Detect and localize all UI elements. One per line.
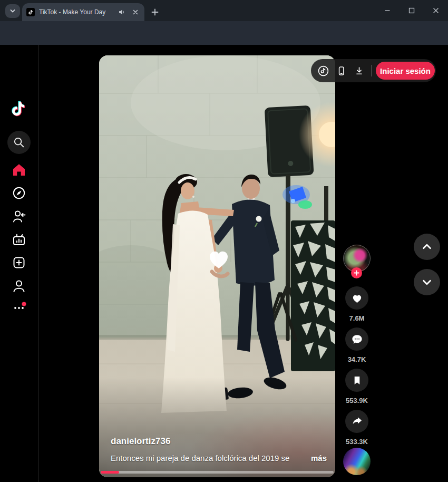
bookmark-icon: [352, 375, 363, 386]
browser-toolbar: tiktok.com J: [0, 21, 448, 45]
sidebar-item-search[interactable]: [7, 131, 31, 154]
compass-icon: [12, 186, 26, 200]
chevron-down-icon: [9, 7, 16, 15]
tiktok-sidebar: [0, 45, 38, 482]
tiktok-note-icon: [10, 100, 28, 118]
tab-search-button[interactable]: [5, 4, 20, 18]
previous-video-button[interactable]: [414, 234, 440, 260]
window-maximize-button[interactable]: [400, 0, 424, 21]
search-icon: [13, 136, 25, 149]
browser-tab[interactable]: TikTok - Make Your Day: [22, 3, 144, 21]
download-icon: [354, 65, 365, 76]
decor-panel: [291, 220, 335, 371]
tiktok-favicon-icon: [26, 8, 35, 16]
bookmark-button[interactable]: [345, 369, 368, 392]
sidebar-item-profile[interactable]: [7, 274, 31, 297]
comment-count: 34.7K: [333, 355, 381, 363]
login-button[interactable]: Iniciar sesión: [376, 62, 435, 80]
comment-button[interactable]: [345, 327, 368, 351]
bookmark-count: 553.9K: [333, 397, 381, 404]
chevron-up-icon: [421, 241, 433, 253]
window-controls: [375, 0, 448, 21]
share-arrow-icon: [351, 416, 363, 428]
live-tv-icon: [12, 232, 26, 247]
new-tab-button[interactable]: [149, 6, 161, 18]
sidebar-item-live[interactable]: [7, 228, 31, 251]
sidebar-item-home[interactable]: [7, 158, 31, 181]
progress-fill: [101, 471, 119, 474]
upload-plus-icon: [12, 255, 26, 270]
caption-more-button[interactable]: más: [311, 454, 327, 462]
sound-disc[interactable]: [343, 448, 371, 475]
next-video-button[interactable]: [414, 269, 440, 295]
tab-title: TikTok - Make Your Day: [39, 8, 113, 16]
tiktok-coin-icon: [317, 65, 329, 77]
plus-icon: [354, 270, 359, 276]
tab-close-icon[interactable]: [131, 7, 140, 17]
sidebar-item-upload[interactable]: [7, 251, 31, 274]
download-video-button[interactable]: [350, 62, 368, 80]
like-count: 7.6M: [333, 314, 381, 322]
phone-icon: [336, 65, 347, 76]
profile-icon: [12, 278, 26, 293]
get-app-button[interactable]: [332, 62, 350, 80]
window-minimize-button[interactable]: [375, 0, 400, 21]
browser-titlebar: TikTok - Make Your Day: [0, 0, 448, 21]
more-dots-icon: [11, 299, 27, 315]
like-button[interactable]: [345, 286, 368, 310]
video-username[interactable]: danielortiz736: [111, 436, 170, 447]
share-button[interactable]: [345, 410, 368, 433]
window-close-button[interactable]: [424, 0, 448, 21]
chevron-down-icon: [421, 276, 433, 288]
heart-icon: [351, 292, 363, 304]
home-icon: [12, 162, 26, 177]
sidebar-item-following[interactable]: [7, 205, 31, 228]
sidebar-item-explore[interactable]: [7, 181, 31, 205]
sidebar-item-more[interactable]: [7, 295, 31, 319]
tiktok-coin-button[interactable]: [314, 62, 332, 80]
pill-separator: [371, 65, 372, 76]
video-toolbar-pill: Iniciar sesión: [311, 59, 436, 82]
sidebar-divider: [38, 45, 38, 482]
tab-audio-icon[interactable]: [117, 7, 126, 17]
video-progress-bar[interactable]: [101, 471, 334, 474]
user-follow-icon: [12, 209, 26, 224]
follow-plus-button[interactable]: [351, 267, 362, 278]
video-player[interactable]: danielortiz736 Entonces mi pareja de dan…: [99, 55, 335, 477]
video-caption[interactable]: Entonces mi pareja de danza folclórica d…: [111, 454, 300, 462]
tiktok-logo[interactable]: [7, 98, 31, 121]
comment-icon: [351, 333, 363, 345]
share-count: 533.3K: [333, 438, 381, 446]
